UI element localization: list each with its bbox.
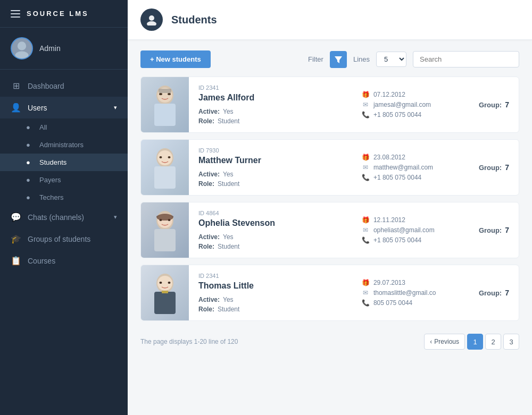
sidebar-item-label: Users [28,104,47,112]
admin-name: Admin [39,44,61,53]
student-email: ✉ opheliast@gmail.com [362,226,460,234]
page-icon [140,9,163,31]
sidebar-item-chats[interactable]: 💬 Chats (channels) ▾ [0,206,128,228]
svg-rect-26 [162,291,168,293]
student-details: 🎁 29.07.2013 ✉ thomaslittle@gmail.co 📞 8… [352,265,469,320]
sidebar: SOURCE LMS Admin ⊞ Dashboard 👤 Users ▾ ●… [0,0,128,415]
student-group: Group: 7 [469,140,519,195]
student-info: ID 4864 Ophelia Stevenson Active: Yes Ro… [189,202,352,258]
search-input[interactable] [413,51,519,67]
page-button-1[interactable]: 1 [467,334,483,350]
students-list-area: + New students Filter Lines 5 10 20 50 I… [128,40,532,415]
student-active: Active: Yes [198,233,343,241]
student-info: ID 7930 Matthew Turner Active: Yes Role:… [189,140,352,195]
email-icon: ✉ [362,289,369,297]
student-photo [141,77,189,132]
table-row[interactable]: ID 7930 Matthew Turner Active: Yes Role:… [140,139,519,196]
svg-rect-10 [159,89,171,93]
student-birthday: 🎁 07.12.2012 [362,91,460,98]
main-content-area: Students + New students Filter Lines 5 1… [128,0,532,415]
student-role: Role: Student [198,117,343,125]
student-email: ✉ thomaslittle@gmail.co [362,289,460,297]
student-birthday: 🎁 12.11.2012 [362,216,460,224]
lines-label: Lines [353,55,370,63]
student-email: ✉ jamesal@gmail.com [362,101,460,108]
student-id: ID 2341 [198,84,343,91]
sidebar-item-label: Courses [28,257,55,265]
student-role: Role: Student [198,306,343,313]
svg-rect-22 [154,292,176,314]
page-button-2[interactable]: 2 [485,334,501,350]
birthday-icon: 🎁 [362,154,369,161]
student-id: ID 7930 [198,147,343,154]
sidebar-item-courses[interactable]: 📋 Courses [0,250,128,272]
pagination-bar: The page displays 1-20 line of 120 ‹ Pre… [140,327,519,352]
student-phone: 📞 +1 805 075 0044 [362,111,460,118]
student-active: Active: Yes [198,296,343,303]
student-role: Role: Student [198,243,343,250]
courses-icon: 📋 [11,256,21,266]
sidebar-item-all[interactable]: ● All [0,118,128,136]
student-phone: 📞 +1 805 075 0044 [362,236,460,244]
student-group: Group: 7 [469,77,519,132]
student-details: 🎁 23.08.2012 ✉ matthew@gmail.com 📞 +1 80… [352,140,469,195]
student-photo [141,140,189,195]
email-icon: ✉ [362,101,369,108]
table-row[interactable]: ID 2341 Thomas Little Active: Yes Role: … [140,265,519,321]
sidebar-item-groups[interactable]: 🎓 Groups of students [0,228,128,250]
birthday-icon: 🎁 [362,91,369,98]
sidebar-item-techers[interactable]: ● Techers [0,189,128,206]
toolbar: + New students Filter Lines 5 10 20 50 [140,50,519,68]
svg-point-2 [149,15,154,21]
sidebar-item-label: Chats (channels) [28,213,84,222]
student-photo [141,265,189,320]
sidebar-nav: ⊞ Dashboard 👤 Users ▾ ● All ● Administra… [0,70,128,415]
page-header: Students [128,0,532,40]
student-name: Matthew Turner [198,156,343,165]
sidebar-item-payers[interactable]: ● Payers [0,171,128,189]
chevron-down-icon: ▾ [114,104,117,111]
avatar [11,37,33,60]
sidebar-sub-label: Students [39,158,66,166]
app-name: SOURCE LMS [27,10,89,18]
sidebar-item-dashboard[interactable]: ⊞ Dashboard [0,75,128,97]
students-container: ID 2341 James Allford Active: Yes Role: … [140,77,519,321]
svg-point-14 [160,156,162,158]
filter-button[interactable] [330,51,347,68]
sidebar-item-label: Dashboard [28,82,64,90]
svg-rect-6 [154,104,176,126]
student-active: Active: Yes [198,108,343,115]
table-row[interactable]: ID 2341 James Allford Active: Yes Role: … [140,77,519,133]
sidebar-item-students[interactable]: ● Students [0,154,128,171]
student-name: Thomas Little [198,281,343,291]
person-icon: ● [23,158,33,166]
student-birthday: 🎁 23.08.2012 [362,154,460,161]
student-photo [141,202,189,258]
sidebar-sub-label: Techers [39,193,64,201]
app-logo: SOURCE LMS [0,0,128,28]
sidebar-sub-label: Payers [39,176,61,184]
student-role: Role: Student [198,180,343,188]
student-details: 🎁 12.11.2012 ✉ opheliast@gmail.com 📞 +1 … [352,202,469,258]
phone-icon: 📞 [362,236,369,244]
pagination-info: The page displays 1-20 line of 120 [140,338,238,345]
new-students-button[interactable]: + New students [140,50,211,68]
prev-page-button[interactable]: ‹ Previous [424,334,465,350]
lines-select[interactable]: 5 10 20 50 [376,52,406,67]
chevron-down-icon: ▾ [114,214,117,221]
student-details: 🎁 07.12.2012 ✉ jamesal@gmail.com 📞 +1 80… [352,77,469,132]
sidebar-item-label: Groups of students [28,235,90,243]
birthday-icon: 🎁 [362,279,369,286]
sidebar-item-administrators[interactable]: ● Administrators [0,136,128,154]
filter-icon [335,56,342,63]
svg-point-15 [168,156,171,158]
svg-rect-17 [154,229,176,251]
person-icon: ● [23,141,33,149]
student-email: ✉ matthew@gmail.com [362,164,460,171]
table-row[interactable]: ID 4864 Ophelia Stevenson Active: Yes Ro… [140,202,519,258]
person-icon: ● [23,176,33,184]
hamburger-menu[interactable] [11,10,20,18]
page-button-3[interactable]: 3 [503,334,519,350]
sidebar-item-users[interactable]: 👤 Users ▾ [0,97,128,118]
student-active: Active: Yes [198,171,343,178]
